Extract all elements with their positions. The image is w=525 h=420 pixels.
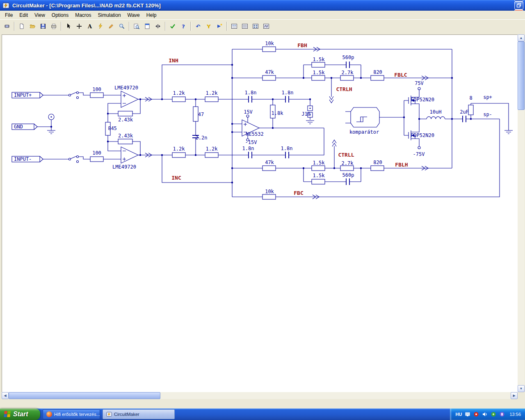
tray-update-icon[interactable] (499, 411, 505, 417)
schematic-label[interactable]: 1.2k (173, 146, 185, 152)
menu-options[interactable]: Options (48, 11, 72, 19)
inductor[interactable] (427, 116, 445, 119)
sheet-view-button[interactable] (142, 21, 153, 31)
schematic-label[interactable]: INPUT+ (14, 92, 32, 98)
tray-antivirus-icon[interactable] (473, 411, 479, 417)
schematic-label[interactable]: 2.43k (118, 133, 133, 139)
horizontal-scroll-thumb[interactable] (9, 392, 160, 399)
schematic-label[interactable]: 1.5k (313, 160, 325, 166)
menu-help[interactable]: Help (143, 11, 160, 19)
schematic-label[interactable]: 1.8n (245, 90, 257, 96)
schematic-label[interactable]: LME49720 (114, 85, 138, 91)
schematic-label[interactable]: 1.8k (272, 110, 284, 116)
language-indicator[interactable]: HU (456, 412, 462, 417)
schematic-label[interactable]: NE5532 (246, 131, 263, 137)
tray-volume-icon[interactable] (482, 411, 488, 417)
menu-file[interactable]: File (2, 11, 16, 19)
schematic-label[interactable]: FDP52N20 (411, 97, 434, 103)
schematic-label[interactable]: 1.2k (206, 90, 218, 96)
undo-button[interactable]: ↶ (193, 21, 203, 31)
scroll-left-button[interactable]: ◀ (2, 392, 9, 399)
schematic-label[interactable]: FBLH (395, 162, 408, 168)
print-button[interactable] (48, 21, 59, 31)
schematic-label[interactable]: 2.7k (342, 160, 354, 166)
ground-symbols[interactable] (47, 121, 513, 134)
zoom-tool-button[interactable] (116, 21, 127, 31)
schematic-label[interactable]: sp- (483, 112, 492, 117)
schematic-label[interactable]: GND (14, 124, 23, 130)
display-grid-button[interactable] (250, 21, 261, 31)
schematic-canvas[interactable]: INHINCFBHFBCFBLCFBLHCTRLHCTRLL100LME4972… (2, 34, 518, 392)
schematic-label[interactable]: 100 (92, 87, 101, 92)
probe-y-button[interactable]: Y (203, 21, 214, 31)
display-digital-button[interactable] (229, 21, 240, 31)
split-view-button[interactable] (153, 21, 163, 31)
new-document-button[interactable] (16, 21, 27, 31)
zoom-window-button[interactable] (131, 21, 142, 31)
save-file-button[interactable] (38, 21, 48, 31)
menu-wave[interactable]: Wave (124, 11, 143, 19)
schematic-label[interactable]: J10 (301, 111, 310, 117)
taskbar-task-circuitmaker[interactable]: CircuitMaker (103, 409, 175, 419)
schematic[interactable]: INHINCFBHFBCFBLCFBLHCTRLHCTRLL100LME4972… (2, 34, 518, 392)
schematic-label[interactable]: 2.7k (342, 70, 354, 75)
place-part-button[interactable] (74, 21, 84, 31)
capacitor-plates[interactable] (192, 62, 466, 185)
schematic-label[interactable]: 1.5k (313, 70, 325, 75)
taskbar-task-browser[interactable]: Hifi erősítők tervezés... (43, 409, 100, 419)
help-button[interactable]: ? (178, 21, 189, 31)
schematic-label[interactable]: 1.2k (173, 90, 185, 96)
restore-button[interactable] (514, 1, 523, 9)
resistors[interactable] (90, 47, 473, 199)
open-file-button[interactable] (27, 21, 38, 31)
schematic-label[interactable]: 1.2k (206, 146, 218, 152)
vertical-scroll-thumb[interactable] (518, 41, 525, 110)
select-tool-button[interactable] (63, 21, 74, 31)
input-switches[interactable] (69, 92, 79, 163)
tray-messenger-icon[interactable] (491, 411, 496, 417)
schematic-label[interactable]: FBC (294, 190, 303, 196)
schematic-label[interactable]: 1.8n (242, 146, 254, 151)
schematic-label[interactable]: 10k (265, 189, 274, 194)
probe-tool-button[interactable] (106, 21, 116, 31)
schematic-label[interactable]: 8 (469, 95, 472, 101)
run-to-cursor-button[interactable] (214, 21, 225, 31)
menu-edit[interactable]: Edit (16, 11, 31, 19)
schematic-label[interactable]: 15V (244, 109, 253, 115)
schematic-label[interactable]: LME49720 (112, 164, 136, 170)
schematic-label[interactable]: 1.5k (313, 57, 325, 62)
schematic-label[interactable]: -15V (245, 139, 257, 145)
menu-view[interactable]: View (31, 11, 48, 19)
schematic-label[interactable]: -75V (413, 151, 425, 157)
comparator[interactable] (351, 107, 379, 127)
schematic-label[interactable]: 10k (265, 41, 274, 46)
display-waveform-button[interactable] (261, 21, 272, 31)
schematic-label[interactable]: 560p (342, 172, 354, 178)
schematic-label[interactable]: 1.8n (282, 90, 294, 96)
scroll-right-button[interactable]: ▶ (511, 392, 518, 399)
schematic-label[interactable]: INPUT- (14, 156, 32, 162)
schematic-label[interactable]: 75V (415, 80, 424, 86)
schematic-label[interactable]: 1.8n (281, 146, 293, 151)
schematic-label[interactable]: 845 (108, 126, 117, 131)
schematic-label[interactable]: 2.2n (196, 135, 208, 141)
scroll-down-button[interactable]: ▼ (518, 385, 525, 392)
wire-tool-button[interactable] (95, 21, 106, 31)
schematic-label[interactable]: 820 (373, 69, 382, 75)
tray-display-icon[interactable] (465, 411, 470, 417)
run-simulation-button[interactable] (167, 21, 178, 31)
menu-macros[interactable]: Macros (72, 11, 94, 19)
schematic-label[interactable]: 47k (265, 69, 274, 75)
text-tool-button[interactable]: A (84, 21, 95, 31)
clock[interactable]: 13:56 (509, 412, 521, 417)
schematic-label[interactable]: 47 (198, 112, 204, 117)
schematic-label[interactable]: 1.5k (313, 173, 325, 178)
start-button[interactable]: Start (0, 409, 40, 420)
schematic-label[interactable]: 47k (265, 160, 274, 165)
schematic-label[interactable]: FBLC (394, 72, 407, 78)
vertical-scrollbar[interactable]: ▲ ▼ (518, 34, 525, 392)
schematic-label[interactable]: 2uF (460, 109, 469, 115)
schematic-label[interactable]: INH (169, 57, 178, 64)
parts-library-button[interactable] (2, 21, 12, 31)
schematic-label[interactable]: sp+ (483, 94, 492, 100)
